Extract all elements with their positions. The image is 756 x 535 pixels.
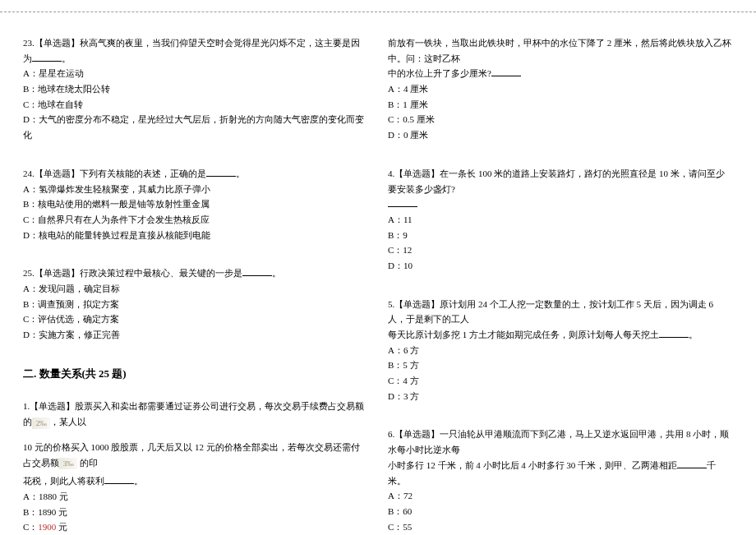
q23-opt-c: C：地球在自转	[23, 97, 368, 113]
q3c-opt-c: C：0.5 厘米	[388, 112, 733, 127]
q25-stem: 25.【单选题】行政决策过程中最核心、最关键的一步是。	[23, 265, 368, 281]
q6-opt-a: A：72	[388, 488, 733, 504]
fraction-image-2: 3‰	[59, 458, 77, 469]
question-s2-5: 5.【单选题】原计划用 24 个工人挖一定数量的土，按计划工作 5 天后，因为调…	[388, 297, 733, 404]
q6-opt-c: C：55	[388, 519, 733, 535]
q5-opt-d: D：3 方	[388, 389, 733, 404]
q1-line3: 花税，则此人将获利。	[23, 473, 368, 489]
q4-opt-d: D：10	[388, 258, 733, 274]
q5-opt-c: C：4 方	[388, 373, 733, 389]
q25-opt-d: D：实施方案，修正完善	[23, 327, 368, 343]
q4-opt-a: A：11	[388, 212, 733, 228]
q3c-opt-a: A：4 厘米	[388, 81, 733, 97]
q6-opt-b: B：60	[388, 504, 733, 519]
q3c-opt-d: D：0 厘米	[388, 127, 733, 143]
right-column: 前放有一铁块，当取出此铁块时，甲杯中的水位下降了 2 厘米，然后将此铁块放入乙杯…	[388, 29, 733, 535]
q3c-line1: 前放有一铁块，当取出此铁块时，甲杯中的水位下降了 2 厘米，然后将此铁块放入乙杯…	[388, 35, 733, 66]
question-s2-1: 1.【单选题】股票买入和卖出都需要通过证券公司进行交易，每次交易手续费占交易额的…	[23, 399, 368, 535]
q23-opt-d: D：大气的密度分布不稳定，星光经过大气层后，折射光的方向随大气密度的变化而变化	[23, 112, 368, 142]
question-s2-4: 4.【单选题】在一条长 100 米的道路上安装路灯，路灯的光照直径是 10 米，…	[388, 166, 733, 274]
q3c-line2: 中的水位上升了多少厘米?	[388, 66, 733, 81]
q24-opt-d: D：核电站的能量转换过程是直接从核能到电能	[23, 228, 368, 243]
q6-stem-line1: 6.【单选题】一只油轮从甲港顺流而下到乙港，马上又逆水返回甲港，共用 8 小时，…	[388, 427, 733, 457]
q1-line1: 1.【单选题】股票买入和卖出都需要通过证券公司进行交易，每次交易手续费占交易额的…	[23, 399, 368, 429]
q1-opt-c-value: 1900	[38, 522, 56, 532]
q1-opt-a: A：1880 元	[23, 489, 368, 505]
q25-opt-a: A：发现问题，确定目标	[23, 281, 368, 297]
question-23: 23.【单选题】秋高气爽的夜里，当我们仰望天空时会觉得星光闪烁不定，这主要是因为…	[23, 35, 368, 143]
question-25: 25.【单选题】行政决策过程中最核心、最关键的一步是。 A：发现问题，确定目标 …	[23, 265, 368, 342]
section-2-title: 二. 数量关系(共 25 题)	[23, 366, 368, 383]
q4-stem: 4.【单选题】在一条长 100 米的道路上安装路灯，路灯的光照直径是 10 米，…	[388, 166, 733, 196]
left-column: 23.【单选题】秋高气爽的夜里，当我们仰望天空时会觉得星光闪烁不定，这主要是因为…	[23, 29, 368, 535]
question-24: 24.【单选题】下列有关核能的表述，正确的是。 A：氢弹爆炸发生轻核聚变，其威力…	[23, 166, 368, 242]
q24-opt-a: A：氢弹爆炸发生轻核聚变，其威力比原子弹小	[23, 182, 368, 197]
q24-stem: 24.【单选题】下列有关核能的表述，正确的是。	[23, 166, 368, 182]
q1-opt-b: B：1890 元	[23, 505, 368, 520]
q25-opt-c: C：评估优选，确定方案	[23, 311, 368, 327]
q1-opt-c: C：1900 元	[23, 519, 368, 535]
q23-opt-b: B：地球在绕太阳公转	[23, 81, 368, 97]
q3c-opt-b: B：1 厘米	[388, 97, 733, 113]
fraction-image-1: 2‰	[32, 417, 50, 429]
q23-opt-a: A：星星在运动	[23, 66, 368, 81]
q24-opt-c: C：自然界只有在人为条件下才会发生热核反应	[23, 212, 368, 228]
q5-stem-line1: 5.【单选题】原计划用 24 个工人挖一定数量的土，按计划工作 5 天后，因为调…	[388, 297, 733, 327]
q1-line2: 10 元的价格买入 1000 股股票，几天后又以 12 元的价格全部卖出，若每次…	[23, 440, 368, 470]
q5-stem-line2: 每天比原计划多挖 1 方土才能如期完成任务，则原计划每人每天挖土。	[388, 327, 733, 343]
q5-opt-a: A：6 方	[388, 343, 733, 358]
q25-opt-b: B：调查预测，拟定方案	[23, 297, 368, 312]
q24-opt-b: B：核电站使用的燃料一般是铀等放射性重金属	[23, 196, 368, 212]
question-s2-6: 6.【单选题】一只油轮从甲港顺流而下到乙港，马上又逆水返回甲港，共用 8 小时，…	[388, 427, 733, 535]
q23-stem: 23.【单选题】秋高气爽的夜里，当我们仰望天空时会觉得星光闪烁不定，这主要是因为…	[23, 35, 368, 66]
q4-opt-c: C：12	[388, 242, 733, 258]
q5-opt-b: B：5 方	[388, 357, 733, 373]
q4-opt-b: B：9	[388, 228, 733, 243]
question-s2-3-cont: 前放有一铁块，当取出此铁块时，甲杯中的水位下降了 2 厘米，然后将此铁块放入乙杯…	[388, 35, 733, 143]
q6-stem-line2: 小时多行 12 千米，前 4 小时比后 4 小时多行 30 千米，则甲、乙两港相…	[388, 458, 733, 488]
